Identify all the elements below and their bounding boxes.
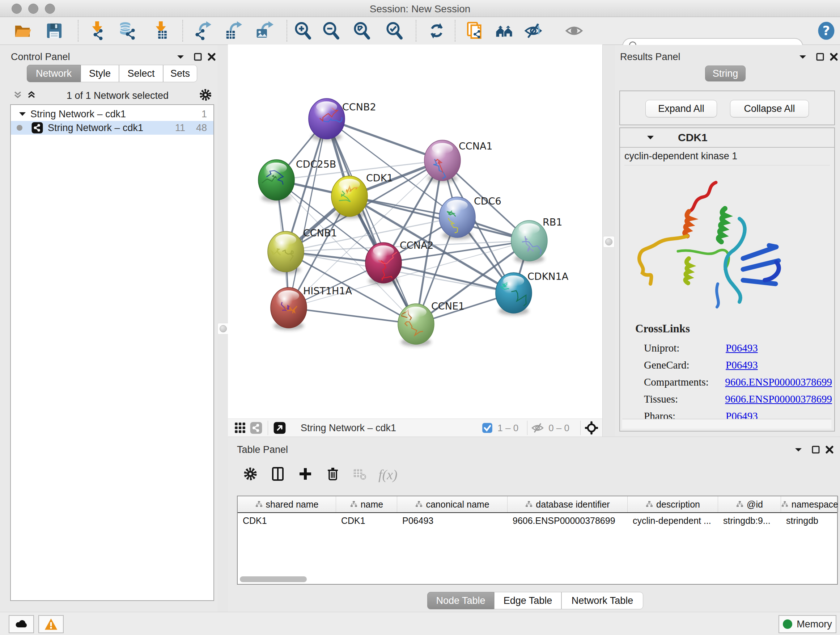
crosslink-row: Uniprot:P06493 xyxy=(644,340,832,356)
clone-network-icon[interactable] xyxy=(464,21,485,41)
tab-edge-table[interactable]: Edge Table xyxy=(494,592,561,609)
column-header-namespace[interactable]: namespace xyxy=(781,496,838,512)
crosslink-link[interactable]: P06493 xyxy=(726,359,758,371)
network-node-CCNB2[interactable]: CCNB2 xyxy=(309,98,376,141)
zoom-fit-icon[interactable] xyxy=(352,21,372,41)
table-cell[interactable]: cyclin-dependent ... xyxy=(628,513,718,528)
first-neighbors-icon[interactable] xyxy=(494,21,515,41)
network-node-CCNB1[interactable]: CCNB1 xyxy=(268,227,337,274)
network-view-icon[interactable] xyxy=(248,420,264,436)
table-row[interactable]: CDK1CDK1P064939606.ENSP00000378699cyclin… xyxy=(238,513,837,528)
table-cell[interactable]: stringdb:9... xyxy=(718,513,781,528)
crosslink-label: Tissues: xyxy=(644,393,725,405)
expand-all-button[interactable]: Expand All xyxy=(645,100,717,117)
window-title: Session: New Session xyxy=(0,3,840,15)
tab-sets[interactable]: Sets xyxy=(163,65,197,82)
table-cell[interactable]: stringdb xyxy=(781,513,838,528)
control-panel-maximize-icon[interactable] xyxy=(193,52,202,63)
column-header-databaseidentifier[interactable]: database identifier xyxy=(508,496,628,512)
table-cell[interactable]: 9606.ENSP00000378699 xyxy=(508,513,628,528)
table-horizontal-scrollbar[interactable] xyxy=(240,576,307,582)
tab-edge-table-label: Edge Table xyxy=(504,595,553,606)
collection-expander-icon[interactable] xyxy=(18,110,27,119)
delete-column-icon[interactable] xyxy=(325,466,341,483)
right-splitter-handle[interactable] xyxy=(603,236,615,248)
table-toolbar: f(x) xyxy=(242,466,398,483)
results-panel-float-icon[interactable] xyxy=(798,52,807,63)
refresh-icon[interactable] xyxy=(426,21,447,41)
control-panel-float-icon[interactable] xyxy=(176,52,185,63)
table-cell[interactable]: P06493 xyxy=(397,513,508,528)
zoom-selected-icon[interactable] xyxy=(384,21,404,41)
zoom-out-icon[interactable] xyxy=(321,21,341,41)
column-header-name[interactable]: name xyxy=(336,496,397,512)
application-window: Session: New Session xyxy=(0,0,840,635)
network-collection-row[interactable]: String Network – cdk1 1 xyxy=(11,107,213,121)
memory-button[interactable]: Memory xyxy=(778,615,836,633)
export-table-icon[interactable] xyxy=(223,21,243,41)
control-panel-close-icon[interactable] xyxy=(207,52,216,63)
zoom-in-icon[interactable] xyxy=(293,21,313,41)
results-scroll-strip[interactable] xyxy=(622,419,831,429)
network-node-CCNE1[interactable]: CCNE1 xyxy=(398,301,464,347)
tab-style[interactable]: Style xyxy=(81,65,119,82)
table-options-gear-icon[interactable] xyxy=(242,466,258,483)
add-column-icon[interactable] xyxy=(297,466,313,483)
table-panel-float-icon[interactable] xyxy=(794,445,803,456)
cloud-status-button[interactable] xyxy=(9,615,34,633)
show-all-icon[interactable] xyxy=(564,21,584,41)
crosslink-link[interactable]: P06493 xyxy=(726,342,758,354)
collapse-all-networks-icon[interactable] xyxy=(26,89,37,102)
column-header-id[interactable]: @id xyxy=(718,496,781,512)
network-node-CDKN1A[interactable]: CDKN1A xyxy=(496,271,569,315)
tab-network-label: Network xyxy=(36,68,72,79)
network-options-gear-icon[interactable] xyxy=(198,88,213,103)
grid-view-icon[interactable] xyxy=(232,420,248,436)
birds-eye-view-icon[interactable] xyxy=(272,420,287,436)
warning-status-button[interactable] xyxy=(38,615,64,633)
left-splitter-handle[interactable] xyxy=(218,323,229,334)
column-header-sharedname[interactable]: shared name xyxy=(238,496,336,512)
hide-selected-icon[interactable] xyxy=(523,21,543,41)
network-row-selected[interactable]: String Network – cdk1 11 48 xyxy=(11,121,213,135)
export-image-icon[interactable] xyxy=(255,21,275,41)
crosslink-link[interactable]: 9606.ENSP00000378699 xyxy=(725,393,832,405)
pan-crosshair-icon[interactable] xyxy=(584,421,599,435)
network-node-CDC6[interactable]: CDC6 xyxy=(439,195,501,240)
import-network-database-icon[interactable] xyxy=(117,21,137,41)
tab-node-table[interactable]: Node Table xyxy=(427,592,494,609)
protein-header-row[interactable]: CDK1 xyxy=(620,128,834,148)
network-node-HIST1H1A[interactable]: HIST1H1A xyxy=(271,285,352,330)
results-panel-close-icon[interactable] xyxy=(829,52,838,63)
tab-network-table[interactable]: Network Table xyxy=(561,592,643,609)
import-table-icon[interactable] xyxy=(149,21,169,41)
results-panel-maximize-icon[interactable] xyxy=(815,52,825,63)
expand-all-networks-icon[interactable] xyxy=(12,89,23,102)
table-cell[interactable]: CDK1 xyxy=(238,513,336,528)
export-network-icon[interactable] xyxy=(193,21,213,41)
network-node-CDK1[interactable]: CDK1 xyxy=(332,172,393,219)
import-network-file-icon[interactable] xyxy=(85,21,106,41)
column-header-description[interactable]: description xyxy=(628,496,718,512)
column-header-canonicalname[interactable]: canonical name xyxy=(397,496,508,512)
open-session-icon[interactable] xyxy=(12,21,33,41)
network-node-CCNA1[interactable]: CCNA1 xyxy=(424,140,493,183)
network-node-RB1[interactable]: RB1 xyxy=(511,217,562,263)
node-label-CCNB1: CCNB1 xyxy=(303,227,337,239)
node-label-CCNA1: CCNA1 xyxy=(459,141,493,152)
table-panel-maximize-icon[interactable] xyxy=(811,445,821,456)
collapse-all-button[interactable]: Collapse All xyxy=(730,100,809,117)
selected-checkbox-icon[interactable] xyxy=(482,422,493,434)
tab-string[interactable]: String xyxy=(705,65,745,81)
tab-select[interactable]: Select xyxy=(119,65,163,82)
protein-expander-icon[interactable] xyxy=(646,133,655,142)
tab-network[interactable]: Network xyxy=(27,65,81,82)
crosslink-link[interactable]: 9606.ENSP00000378699 xyxy=(725,376,832,388)
node-label-CDC6: CDC6 xyxy=(474,195,501,207)
network-canvas[interactable]: CCNB2CCNA1CDC25BCDK1CDC6RB1CCNB1CCNA2CDK… xyxy=(228,44,602,418)
show-columns-icon[interactable] xyxy=(270,466,286,483)
save-session-icon[interactable] xyxy=(44,21,65,41)
help-icon[interactable]: ? xyxy=(816,21,836,41)
table-panel-close-icon[interactable] xyxy=(825,445,834,456)
table-cell[interactable]: CDK1 xyxy=(336,513,397,528)
